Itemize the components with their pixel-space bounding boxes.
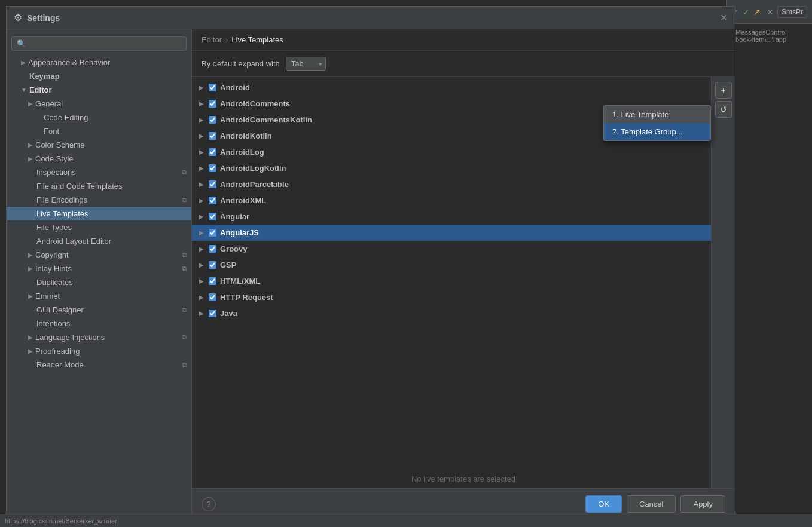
sidebar-item-general[interactable]: ▶ General [7,97,191,111]
sidebar-item-label: Reader Mode [36,360,182,369]
sidebar-item-copyright[interactable]: ▶ Copyright ⧉ [7,248,191,262]
status-url: https://blog.csdn.net/Berserker_winner [5,517,117,525]
sidebar-item-label: Intentions [36,319,187,328]
sidebar-item-intentions[interactable]: Intentions [7,317,191,330]
template-group-checkbox[interactable] [209,100,216,108]
template-group-row[interactable]: ▶ Android [192,79,711,96]
sidebar-item-proofreading[interactable]: ▶ Proofreading [7,344,191,358]
template-group-checkbox[interactable] [209,180,216,188]
help-button[interactable]: ? [202,497,216,511]
sidebar-item-label: Editor [29,85,187,94]
sidebar-item-gui-designer[interactable]: GUI Designer ⧉ [7,303,191,317]
dialog-close-button[interactable]: ✕ [720,12,728,23]
settings-dialog: ⚙ Settings ✕ ▶ Appearance & Behavior Key… [6,6,735,520]
template-group-row[interactable]: ▶ AndroidLog [192,144,711,160]
template-group-row[interactable]: ▶ AndroidParcelable [192,176,711,192]
template-group-checkbox[interactable] [209,310,216,317]
template-group-checkbox[interactable] [209,229,216,237]
dropdown-item-live-template[interactable]: 1. Live Template [604,106,710,123]
sidebar-item-android-layout-editor[interactable]: Android Layout Editor [7,234,191,248]
sidebar-item-label: File and Code Templates [36,182,187,191]
template-group-row[interactable]: ▶ AndroidLogKotlin [192,160,711,176]
expand-select[interactable]: Tab Enter Space [286,57,326,71]
sidebar-item-font[interactable]: Font [7,124,191,138]
sidebar-item-label: GUI Designer [36,305,182,314]
template-group-row[interactable]: ▶ HTML/XML [192,273,711,289]
template-group-label: AndroidComments [220,99,290,108]
sidebar-item-language-injections[interactable]: ▶ Language Injections ⧉ [7,330,191,344]
template-group-label: HTTP Request [220,293,273,302]
sidebar-item-editor[interactable]: ▼ Editor [7,83,191,97]
apply-button[interactable]: Apply [680,495,725,513]
template-group-checkbox[interactable] [209,116,216,124]
content-panel: Editor › Live Templates By default expan… [192,29,735,519]
template-group-row[interactable]: ▶ AndroidXML [192,192,711,209]
cancel-button[interactable]: Cancel [627,495,676,513]
template-group-checkbox[interactable] [209,164,216,172]
template-group-label: Java [220,309,237,318]
template-group-checkbox[interactable] [209,213,216,220]
search-input[interactable] [11,36,187,51]
sidebar-item-emmet[interactable]: ▶ Emmet [7,289,191,303]
sidebar-item-label: Emmet [35,292,187,301]
sidebar-item-code-editing[interactable]: Code Editing [7,111,191,124]
sidebar-item-label: Inspections [36,168,182,177]
sidebar-item-file-types[interactable]: File Types [7,220,191,234]
template-group-checkbox[interactable] [209,245,216,253]
template-group-row[interactable]: ▶ Java [192,305,711,321]
sidebar-item-file-code-templates[interactable]: File and Code Templates [7,179,191,193]
status-bar: https://blog.csdn.net/Berserker_winner [0,514,812,527]
sidebar-item-duplicates[interactable]: Duplicates [7,275,191,289]
template-group-row[interactable]: ▶ HTTP Request [192,289,711,305]
template-group-row-angularjs[interactable]: ▶ AngularJS [192,225,711,241]
sidebar-item-code-style[interactable]: ▶ Code Style [7,152,191,166]
template-group-checkbox[interactable] [209,132,216,140]
sidebar-item-reader-mode[interactable]: Reader Mode ⧉ [7,358,191,372]
revert-button[interactable]: ↺ [715,101,732,118]
sidebar-item-label: Keymap [29,72,187,81]
sidebar-item-file-encodings[interactable]: File Encodings ⧉ [7,193,191,207]
template-group-checkbox[interactable] [209,293,216,301]
sidebar-item-label: Appearance & Behavior [28,58,187,67]
sidebar-item-label: Code Style [35,154,187,163]
template-group-row[interactable]: ▶ Groovy [192,241,711,257]
chevron-down-icon: ▼ [21,87,27,93]
template-group-label: HTML/XML [220,277,260,286]
dropdown-item-template-group[interactable]: 2. Template Group... [604,123,710,140]
sidebar-item-color-scheme[interactable]: ▶ Color Scheme [7,138,191,152]
sidebar-item-keymap[interactable]: Keymap [7,69,191,83]
template-group-label: AngularJS [220,228,259,237]
template-group-checkbox[interactable] [209,84,216,91]
chevron-right-icon: ▶ [28,155,33,162]
chevron-right-icon: ▶ [199,181,205,188]
add-button[interactable]: + [715,82,732,99]
arrow-icon: ↗ [753,7,761,17]
chevron-right-icon: ▶ [199,213,205,220]
dialog-title: Settings [27,13,60,23]
template-group-checkbox[interactable] [209,197,216,204]
chevron-right-icon: ▶ [199,165,205,171]
sidebar-item-inspections[interactable]: Inspections ⧉ [7,166,191,179]
close-tab-icon[interactable]: ✕ [767,7,774,17]
expand-label: By default expand with [202,59,280,68]
sidebar-item-inlay-hints[interactable]: ▶ Inlay Hints ⧉ [7,262,191,275]
empty-state-text: No live templates are selected [411,474,515,483]
ok-button[interactable]: OK [585,495,622,513]
chevron-right-icon: ▶ [28,334,33,341]
sidebar-item-label: General [35,99,187,108]
template-group-checkbox[interactable] [209,277,216,285]
sidebar-item-appearance[interactable]: ▶ Appearance & Behavior [7,56,191,69]
template-group-label: Android [220,83,250,92]
template-group-row[interactable]: ▶ GSP [192,257,711,273]
template-group-label: AndroidParcelable [220,180,289,189]
sidebar-item-label: Color Scheme [35,140,187,149]
chevron-right-icon: ▶ [199,246,205,252]
chevron-right-icon: ▶ [28,293,33,299]
template-group-checkbox[interactable] [209,261,216,269]
tab-label[interactable]: SmsPr [777,6,807,18]
template-group-checkbox[interactable] [209,148,216,156]
chevron-right-icon: ▶ [199,133,205,139]
sidebar-item-live-templates[interactable]: Live Templates [7,207,191,220]
template-group-label: Angular [220,212,249,221]
template-group-row[interactable]: ▶ Angular [192,209,711,225]
